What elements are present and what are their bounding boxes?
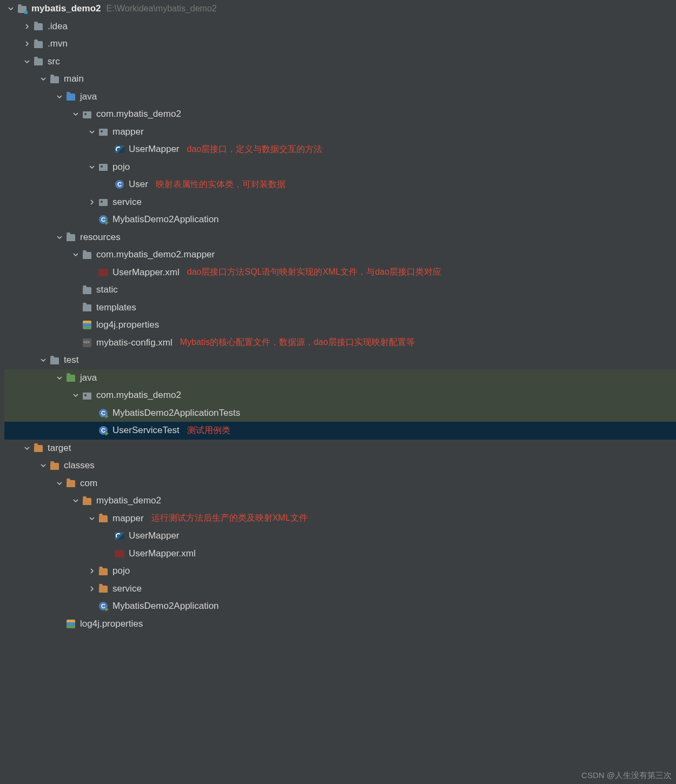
chevron-down-icon[interactable] bbox=[38, 357, 49, 363]
tree-row[interactable]: templates bbox=[0, 299, 676, 317]
chevron-down-icon[interactable] bbox=[38, 463, 49, 468]
gutter bbox=[0, 0, 4, 784]
tree-label: pojo bbox=[112, 162, 130, 172]
tree-label: classes bbox=[64, 460, 95, 471]
chevron-down-icon[interactable] bbox=[70, 252, 81, 257]
chevron-down-icon[interactable] bbox=[22, 446, 32, 451]
folder-icon bbox=[49, 73, 61, 85]
tree-row[interactable]: log4j.properties bbox=[0, 615, 676, 633]
chevron-down-icon[interactable] bbox=[38, 76, 49, 82]
tree-row[interactable]: com.mybatis_demo2 bbox=[0, 105, 676, 123]
tree-label: test bbox=[64, 355, 78, 366]
tree-row[interactable]: pojo bbox=[0, 158, 676, 176]
folder-icon bbox=[32, 38, 44, 50]
output-folder-icon bbox=[97, 513, 109, 524]
tree-row[interactable]: target bbox=[0, 440, 676, 457]
tree-row[interactable]: CMybatisDemo2Application bbox=[0, 211, 676, 229]
tree-row[interactable]: UserMapperdao层接口，定义与数据交互的方法 bbox=[0, 141, 676, 158]
tree-label: UserServiceTest bbox=[112, 425, 180, 436]
project-tree[interactable]: mybatis_demo2E:\Workidea\mybatis_demo2.i… bbox=[0, 0, 676, 633]
tree-row[interactable]: com bbox=[0, 475, 676, 493]
tree-label: User bbox=[129, 179, 148, 190]
tree-label: log4j.properties bbox=[96, 320, 159, 330]
chevron-down-icon[interactable] bbox=[54, 235, 65, 240]
chevron-right-icon[interactable] bbox=[87, 568, 97, 574]
tree-row[interactable]: UserMapper.xml bbox=[0, 545, 676, 563]
chevron-down-icon[interactable] bbox=[54, 94, 65, 99]
output-folder-icon bbox=[97, 583, 109, 595]
chevron-down-icon[interactable] bbox=[54, 481, 65, 486]
config-file-icon bbox=[81, 337, 93, 349]
tree-row[interactable]: CMybatisDemo2ApplicationTests bbox=[0, 404, 676, 422]
output-folder-icon bbox=[65, 477, 77, 489]
chevron-down-icon[interactable] bbox=[87, 516, 97, 521]
folder-icon bbox=[81, 302, 93, 314]
tree-row[interactable]: mybatis-config.xmlMybatis的核心配置文件，数据源，dao… bbox=[0, 334, 676, 352]
chevron-down-icon[interactable] bbox=[87, 164, 97, 170]
tree-label: com.mybatis_demo2 bbox=[96, 109, 181, 119]
tree-row[interactable]: .mvn bbox=[0, 35, 676, 53]
tree-row[interactable]: service bbox=[0, 194, 676, 211]
tree-row[interactable]: mapper运行测试方法后生产的类及映射XML文件 bbox=[0, 510, 676, 528]
chevron-down-icon[interactable] bbox=[5, 6, 16, 11]
tree-row[interactable]: main bbox=[0, 70, 676, 88]
tree-row[interactable]: .idea bbox=[0, 18, 676, 36]
tree-row[interactable]: CUserServiceTest测试用例类 bbox=[0, 422, 676, 440]
project-icon bbox=[16, 3, 28, 15]
source-folder-icon bbox=[65, 91, 77, 103]
path-hint: E:\Workidea\mybatis_demo2 bbox=[107, 4, 217, 14]
tree-row[interactable]: test bbox=[0, 351, 676, 369]
package-icon bbox=[81, 389, 93, 401]
chevron-right-icon[interactable] bbox=[22, 24, 32, 29]
tree-row[interactable]: java bbox=[0, 88, 676, 106]
chevron-right-icon[interactable] bbox=[22, 41, 32, 46]
tree-row[interactable]: com.mybatis_demo2 bbox=[0, 387, 676, 404]
folder-icon bbox=[81, 284, 93, 296]
tree-label: templates bbox=[96, 302, 136, 313]
tree-row[interactable]: mybatis_demo2 bbox=[0, 492, 676, 510]
tree-row[interactable]: UserMapper.xmldao层接口方法SQL语句映射实现的XML文件，与d… bbox=[0, 264, 676, 282]
tree-row[interactable]: CUser映射表属性的实体类，可封装数据 bbox=[0, 176, 676, 194]
tree-label: mapper bbox=[112, 127, 144, 137]
chevron-down-icon[interactable] bbox=[70, 393, 81, 398]
tree-label: pojo bbox=[112, 566, 130, 576]
tree-row[interactable]: src bbox=[0, 53, 676, 71]
tree-label: mybatis_demo2 bbox=[31, 3, 101, 14]
chevron-right-icon[interactable] bbox=[87, 586, 97, 592]
chevron-down-icon[interactable] bbox=[70, 498, 81, 503]
runnable-class-icon: C bbox=[97, 214, 109, 225]
package-icon bbox=[81, 108, 93, 120]
tree-row[interactable]: classes bbox=[0, 457, 676, 475]
properties-file-icon bbox=[81, 319, 93, 331]
tree-row[interactable]: pojo bbox=[0, 562, 676, 580]
tree-row[interactable]: log4j.properties bbox=[0, 316, 676, 334]
package-icon bbox=[97, 126, 109, 138]
chevron-down-icon[interactable] bbox=[70, 111, 81, 117]
chevron-right-icon[interactable] bbox=[87, 200, 97, 205]
tree-label: service bbox=[112, 197, 142, 208]
xml-file-icon bbox=[114, 548, 125, 560]
tree-row[interactable]: service bbox=[0, 580, 676, 598]
tree-row[interactable]: CMybatisDemo2Application bbox=[0, 597, 676, 615]
chevron-down-icon[interactable] bbox=[22, 59, 32, 64]
tree-row[interactable]: resources bbox=[0, 229, 676, 247]
tree-row[interactable]: static bbox=[0, 281, 676, 299]
tree-row[interactable]: mybatis_demo2E:\Workidea\mybatis_demo2 bbox=[0, 0, 676, 18]
tree-row[interactable]: java bbox=[0, 369, 676, 387]
resources-folder-icon bbox=[65, 231, 77, 243]
tree-row[interactable]: mapper bbox=[0, 123, 676, 141]
tree-row[interactable]: UserMapper bbox=[0, 527, 676, 545]
interface-icon bbox=[114, 530, 125, 542]
class-icon: C bbox=[114, 178, 125, 190]
tree-label: UserMapper.xml bbox=[129, 548, 196, 559]
tree-label: UserMapper bbox=[129, 530, 180, 541]
tree-label: .mvn bbox=[48, 38, 68, 49]
annotation: Mybatis的核心配置文件，数据源，dao层接口实现映射配置等 bbox=[180, 337, 415, 348]
tree-row[interactable]: com.mybatis_demo2.mapper bbox=[0, 246, 676, 264]
chevron-down-icon[interactable] bbox=[87, 129, 97, 135]
tree-label: java bbox=[80, 91, 97, 102]
tree-label: main bbox=[64, 74, 84, 84]
tree-label: MybatisDemo2Application bbox=[112, 601, 219, 612]
folder-icon bbox=[32, 21, 44, 32]
chevron-down-icon[interactable] bbox=[54, 375, 65, 381]
